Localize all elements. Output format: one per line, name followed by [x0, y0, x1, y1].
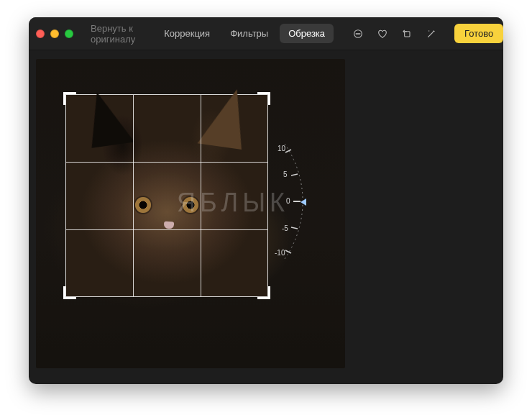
crop-grid-line — [66, 162, 267, 163]
photo-detail — [183, 197, 198, 213]
svg-point-2 — [358, 33, 359, 34]
straighten-dial[interactable]: 10 5 0 -5 -10 — [270, 137, 357, 266]
app-window: Вернуть к оригиналу Коррекция Фильтры Об… — [29, 17, 503, 384]
toolbar-icons — [348, 24, 441, 43]
photo-crop-preview — [66, 95, 267, 296]
svg-line-6 — [285, 150, 291, 152]
dial-tick-label: 5 — [283, 170, 288, 178]
crop-grid-line — [201, 95, 201, 296]
tab-crop[interactable]: Обрезка — [280, 24, 334, 43]
crop-handle-bottom-right[interactable] — [257, 286, 270, 299]
svg-line-9 — [291, 227, 298, 229]
dial-tick-label: 10 — [278, 145, 286, 152]
photo-detail — [164, 222, 174, 229]
canvas-area: ЯБЛЫК 10 5 0 -5 -10 — [29, 50, 503, 384]
rotate-icon[interactable] — [397, 24, 417, 43]
favorite-icon[interactable] — [372, 24, 393, 43]
tab-adjust[interactable]: Коррекция — [155, 24, 219, 43]
dial-indicator-icon — [301, 199, 306, 206]
zoom-window-button[interactable] — [65, 29, 73, 38]
dial-tick-label: -5 — [282, 224, 288, 232]
photo-detail — [198, 85, 250, 150]
crop-grid-line — [66, 229, 267, 230]
svg-line-7 — [291, 174, 298, 175]
edit-mode-tabs: Коррекция Фильтры Обрезка — [155, 24, 334, 43]
crop-rectangle[interactable]: ЯБЛЫК — [66, 95, 267, 296]
crop-grid-line — [133, 95, 134, 296]
tab-filters[interactable]: Фильтры — [221, 24, 277, 43]
svg-point-3 — [359, 33, 360, 34]
minimize-window-button[interactable] — [50, 29, 59, 38]
auto-enhance-icon[interactable] — [421, 24, 441, 43]
dial-tick-label: 0 — [286, 197, 290, 205]
dial-tick-label: -10 — [275, 249, 285, 257]
titlebar: Вернуть к оригиналу Коррекция Фильтры Об… — [29, 17, 503, 50]
photo-detail — [135, 197, 151, 213]
crop-handle-top-left[interactable] — [63, 92, 76, 105]
done-button[interactable]: Готово — [454, 24, 503, 43]
svg-point-5 — [428, 30, 429, 31]
more-icon[interactable] — [348, 24, 368, 43]
photo-detail — [84, 88, 134, 148]
window-controls — [36, 29, 73, 38]
svg-line-10 — [285, 250, 291, 253]
crop-handle-top-right[interactable] — [257, 92, 270, 105]
revert-to-original-button[interactable]: Вернуть к оригиналу — [85, 20, 141, 47]
svg-rect-4 — [405, 31, 410, 36]
crop-handle-bottom-left[interactable] — [63, 286, 76, 299]
svg-point-1 — [356, 33, 357, 34]
close-window-button[interactable] — [36, 29, 45, 38]
